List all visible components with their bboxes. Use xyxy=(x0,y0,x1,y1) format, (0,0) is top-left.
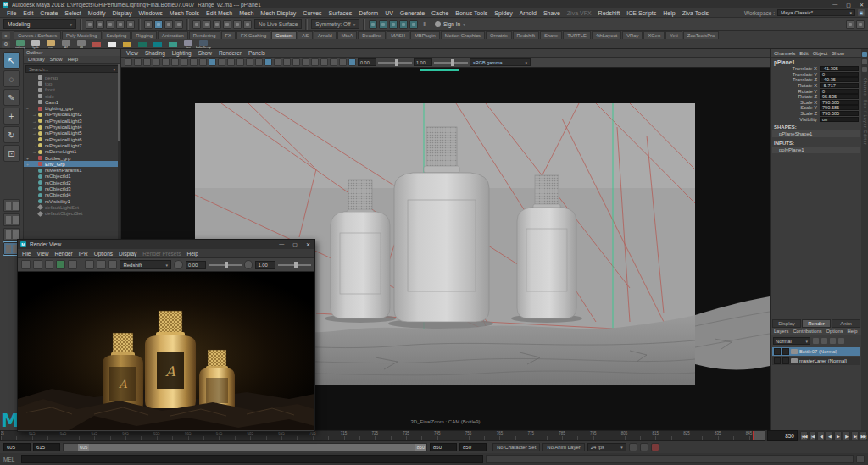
render-region-icon[interactable] xyxy=(45,260,54,269)
playback-loop-icon[interactable] xyxy=(629,443,637,451)
layer-renderable-toggle[interactable] xyxy=(774,357,781,364)
render-icon[interactable] xyxy=(56,260,65,269)
snap-point-icon[interactable] xyxy=(213,20,221,29)
menu-spidey[interactable]: Spidey xyxy=(491,10,515,16)
shelf-tab-menu-icon[interactable]: ≡ xyxy=(2,32,10,39)
shelf-tab-sculpting[interactable]: Sculpting xyxy=(103,31,131,39)
select-component-icon[interactable] xyxy=(164,20,173,29)
minimize-button[interactable]: — xyxy=(832,2,837,8)
playback-end-field[interactable]: 850 xyxy=(430,443,457,451)
shelf-item-icon-6[interactable] xyxy=(105,42,119,47)
layer-editor-tab-display[interactable]: Display xyxy=(772,319,801,328)
outliner-item-rsphysicallight6[interactable]: →rsPhysicalLight6 xyxy=(24,136,120,142)
menu-ziva-tools[interactable]: Ziva Tools xyxy=(679,10,712,16)
shape-node-item[interactable]: pPlaneShape1 xyxy=(772,130,860,137)
select-tool[interactable]: ↖ xyxy=(3,52,20,69)
outliner-item-rsphysicallight5[interactable]: →rsPhysicalLight5 xyxy=(24,130,120,136)
hypershade-icon[interactable] xyxy=(409,20,418,29)
wireframe-on-shaded-icon[interactable] xyxy=(339,58,347,66)
layer-editor-tab-anim[interactable]: Anim xyxy=(832,319,860,328)
render-exposure-field[interactable]: 0.00 xyxy=(186,261,206,269)
lock-camera-icon[interactable] xyxy=(134,58,142,66)
channel-box-tab-icon[interactable] xyxy=(862,67,867,72)
render-layer-row[interactable]: Bottle07 (Normal) xyxy=(772,347,860,356)
sign-in-button[interactable]: Sign In ▾ xyxy=(431,21,470,27)
shelf-tab-mash[interactable]: MASH xyxy=(387,31,409,39)
menu-surfaces[interactable]: Surfaces xyxy=(326,10,356,16)
menu-ice-scripts[interactable]: ICE Scripts xyxy=(623,10,659,16)
layer-editor-tab-render[interactable]: Render xyxy=(802,319,831,328)
resolution-gate-icon[interactable] xyxy=(209,58,216,66)
menu-curves[interactable]: Curves xyxy=(299,10,325,16)
shelf-item-fast[interactable]: fast xyxy=(181,40,195,49)
shelf-tab-fx-caching[interactable]: FX Caching xyxy=(236,31,270,39)
new-layer-icon[interactable] xyxy=(813,338,819,344)
expand-toggle-icon[interactable]: + xyxy=(26,156,32,161)
render-exposure-slider[interactable] xyxy=(209,264,242,266)
xray-icon[interactable] xyxy=(330,58,337,66)
gamma-icon[interactable] xyxy=(244,260,253,269)
render-view-menu-render[interactable]: Render xyxy=(54,251,72,257)
menu-deform[interactable]: Deform xyxy=(355,10,381,16)
multisampling-icon[interactable] xyxy=(302,58,309,66)
channel-attribute-value[interactable]: 0 xyxy=(820,89,859,94)
anim-layer-select[interactable]: No Anim Layer xyxy=(542,443,584,451)
step-forward-key-icon[interactable]: |▶ xyxy=(843,431,850,440)
menu-edit[interactable]: Edit xyxy=(19,10,36,16)
outliner-menu-display[interactable]: Display xyxy=(28,57,45,62)
shadows-icon[interactable] xyxy=(274,58,281,66)
channel-attribute-value[interactable]: -5.717 xyxy=(820,83,859,88)
render-layer-row[interactable]: masterLayer (Normal) xyxy=(772,357,860,365)
channelbox-menu-channels[interactable]: Channels xyxy=(774,51,795,56)
viewport-menu-lighting[interactable]: Lighting xyxy=(172,50,192,56)
tool-settings-tab-icon[interactable] xyxy=(862,59,867,64)
select-camera-icon[interactable] xyxy=(125,58,132,66)
gamma-field[interactable]: 1.00 xyxy=(414,58,432,66)
snap-projected-center-icon[interactable] xyxy=(223,20,231,29)
camera-attributes-icon[interactable] xyxy=(143,58,151,66)
render-view-window[interactable]: M Render View — ▢ ✕ FileViewRenderIPROpt… xyxy=(17,239,315,432)
depth-of-field-icon[interactable] xyxy=(311,58,319,66)
renderer-select[interactable]: Redshift▾ xyxy=(120,260,171,269)
outliner-item-side[interactable]: side xyxy=(24,93,120,99)
shelf-tab-motion-graphics[interactable]: Motion Graphics xyxy=(441,31,485,39)
layer-editor-menu-layers[interactable]: Layers xyxy=(774,329,788,334)
outliner-item-rsdomelight1[interactable]: →rsDomeLight1 xyxy=(24,149,120,155)
range-slider-track[interactable]: 605850 xyxy=(63,443,427,451)
shelf-tab-rigging[interactable]: Rigging xyxy=(131,31,157,39)
outliner-item-rsphysicallight3[interactable]: →rsPhysicalLight3 xyxy=(24,118,120,124)
shelf-tab-animation[interactable]: Animation xyxy=(158,31,188,39)
layer-blend-mode-select[interactable]: Normal▾ xyxy=(773,337,810,345)
shelf-item-icon-5[interactable] xyxy=(90,42,103,47)
menu-bonus-tools[interactable]: Bonus Tools xyxy=(452,10,491,16)
render-view-menu-display[interactable]: Display xyxy=(119,251,136,257)
layer-visibility-toggle[interactable] xyxy=(782,348,789,355)
workspace-lock-icon[interactable]: ▣ xyxy=(858,9,865,16)
lighting-icon[interactable] xyxy=(264,58,272,66)
channel-attribute-value[interactable]: 0 xyxy=(820,72,859,77)
auto-keyframe-icon[interactable] xyxy=(651,443,659,451)
layer-renderable-toggle[interactable] xyxy=(774,348,781,355)
shelf-tab-custom[interactable]: Custom xyxy=(271,31,297,39)
shelf-tab-as[interactable]: AS xyxy=(298,31,313,39)
play-forward-icon[interactable]: ▶ xyxy=(834,431,842,440)
outliner-item-rsobjectid3[interactable]: rsObjectId3 xyxy=(24,185,120,191)
go-to-start-icon[interactable]: |◀◀ xyxy=(800,431,808,440)
snap-grid-icon[interactable] xyxy=(192,20,201,29)
channel-attribute-value[interactable]: 95.535 xyxy=(820,94,859,99)
render-view-menu-ipr[interactable]: IPR xyxy=(79,251,88,257)
outliner-item-cam1[interactable]: Cam1 xyxy=(24,99,120,105)
outliner-item-lighting-grp[interactable]: −Lighting_grp xyxy=(24,105,120,111)
viewport-menu-show[interactable]: Show xyxy=(198,50,212,56)
shelf-tab-ornatrix[interactable]: Ornatrix xyxy=(486,31,512,39)
animation-preferences-icon[interactable] xyxy=(640,443,648,451)
go-to-end-icon[interactable]: ▶▶| xyxy=(860,431,867,440)
render-view-menu-view[interactable]: View xyxy=(36,251,48,257)
paint-select-tool[interactable]: ✎ xyxy=(3,89,20,106)
current-frame-field[interactable]: 850 xyxy=(767,430,798,441)
render-settings-icon[interactable] xyxy=(389,20,398,29)
screen-ao-icon[interactable] xyxy=(283,58,291,66)
menu-create[interactable]: Create xyxy=(36,10,61,16)
isolate-select-icon[interactable] xyxy=(320,58,328,66)
outliner-item-rsphysicallight7[interactable]: →rsPhysicalLight7 xyxy=(24,142,120,148)
